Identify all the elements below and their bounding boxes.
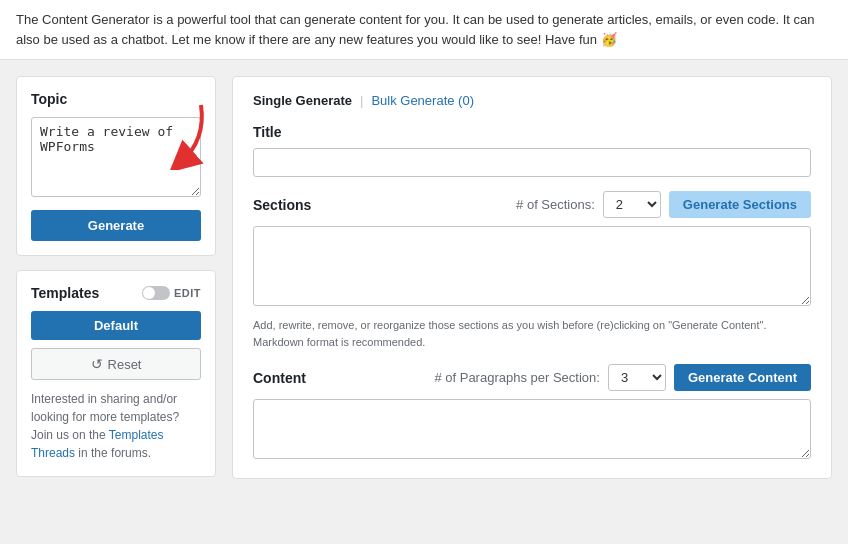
toggle-track [142,286,170,300]
top-banner: The Content Generator is a powerful tool… [0,0,848,60]
template-footer: Interested in sharing and/or looking for… [31,390,201,462]
edit-toggle[interactable]: EDIT [142,286,201,300]
content-controls: # of Paragraphs per Section: 1 2 3 4 5 G… [434,364,811,391]
toggle-thumb [143,287,155,299]
sections-hint: Add, rewrite, remove, or reorganize thos… [253,317,811,350]
generate-content-button[interactable]: Generate Content [674,364,811,391]
paragraphs-select[interactable]: 1 2 3 4 5 [608,364,666,391]
tabs-row: Single Generate | Bulk Generate (0) [253,93,811,108]
tab-bulk-generate[interactable]: Bulk Generate (0) [371,93,474,108]
sections-controls: # of Sections: 1 2 3 4 5 Generate Sectio… [516,191,811,218]
reset-button[interactable]: ↺ Reset [31,348,201,380]
topic-title: Topic [31,91,201,107]
generate-sections-button[interactable]: Generate Sections [669,191,811,218]
right-panel: Single Generate | Bulk Generate (0) Titl… [232,76,832,479]
content-label: Content [253,370,306,386]
templates-header: Templates EDIT [31,285,201,301]
title-section-label: Title [253,124,811,140]
templates-card: Templates EDIT Default ↺ Reset Intereste… [16,270,216,477]
sections-textarea[interactable] [253,226,811,306]
content-num-label: # of Paragraphs per Section: [434,370,600,385]
default-template-button[interactable]: Default [31,311,201,340]
sections-num-label: # of Sections: [516,197,595,212]
left-panel: Topic Write a review of WPForms Generate [16,76,216,477]
tab-single-generate[interactable]: Single Generate [253,93,352,108]
reset-label: Reset [108,357,142,372]
templates-title: Templates [31,285,99,301]
edit-toggle-label: EDIT [174,287,201,299]
sections-row: Sections # of Sections: 1 2 3 4 5 Genera… [253,191,811,218]
topic-wrapper: Write a review of WPForms [31,117,201,200]
generate-button[interactable]: Generate [31,210,201,241]
sections-select[interactable]: 1 2 3 4 5 [603,191,661,218]
topic-input[interactable]: Write a review of WPForms [31,117,201,197]
topic-card: Topic Write a review of WPForms Generate [16,76,216,256]
content-textarea[interactable] [253,399,811,459]
sections-label: Sections [253,197,311,213]
content-row: Content # of Paragraphs per Section: 1 2… [253,364,811,391]
tab-divider: | [360,93,363,108]
title-input[interactable] [253,148,811,177]
reset-icon: ↺ [91,356,103,372]
